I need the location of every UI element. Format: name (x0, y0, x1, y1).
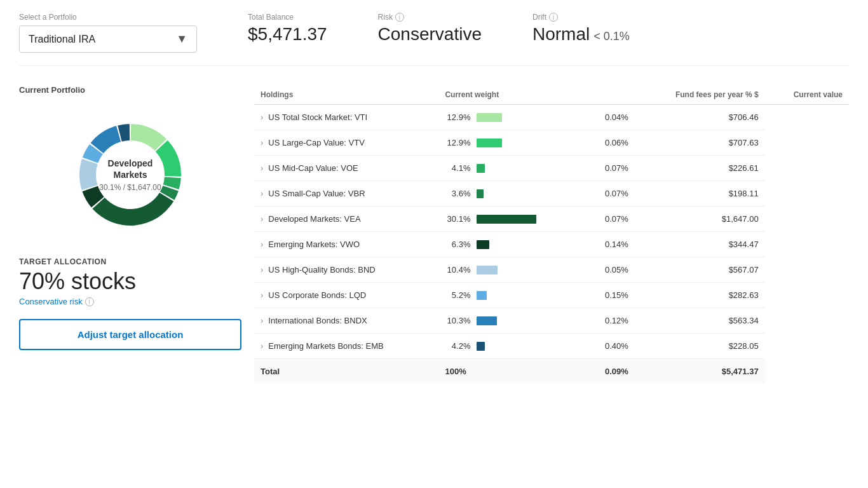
col-value: Current value (765, 85, 849, 105)
row-expand-icon[interactable]: › (261, 163, 263, 173)
holding-weight-cell: 3.6% (438, 181, 585, 207)
total-balance-value: $5,471.37 (248, 24, 327, 44)
row-expand-icon[interactable]: › (261, 189, 263, 198)
table-row: › US Large-Cap Value: VTV 12.9% 0.06% $7… (254, 130, 849, 156)
drift-section: Drift i Normal < 0.1% (532, 13, 630, 44)
page: Select a Portfolio Traditional IRA ▼ Tot… (0, 0, 868, 488)
drift-label: Drift i (532, 13, 630, 22)
holding-fees-cell: 0.12% (586, 308, 635, 334)
holding-name-text: US High-Quality Bonds: BND (268, 265, 375, 274)
holding-name-text: Developed Markets: VEA (268, 214, 360, 224)
holding-name-text: US Corporate Bonds: LQD (268, 290, 366, 300)
total-fees: 0.09% (586, 359, 635, 384)
drift-value: Normal < 0.1% (532, 24, 630, 44)
risk-profile-info-icon[interactable]: i (85, 297, 94, 306)
row-expand-icon[interactable]: › (261, 341, 263, 351)
row-expand-icon[interactable]: › (261, 214, 263, 224)
weight-percent: 6.3% (445, 240, 470, 249)
holding-name-text: International Bonds: BNDX (268, 316, 367, 325)
holding-fees-cell: 0.07% (586, 181, 635, 207)
row-expand-icon[interactable]: › (261, 316, 263, 325)
weight-bar-track (477, 266, 540, 274)
weight-percent: 10.4% (445, 265, 470, 274)
holding-value-cell: $228.05 (635, 334, 765, 359)
table-total-row: Total 100% 0.09% $5,471.37 (254, 359, 849, 384)
select-portfolio-label: Select a Portfolio (19, 13, 197, 22)
row-expand-icon[interactable]: › (261, 290, 263, 300)
holding-name-text: Emerging Markets Bonds: EMB (268, 341, 383, 351)
row-expand-icon[interactable]: › (261, 240, 263, 249)
risk-value: Conservative (378, 24, 482, 44)
weight-bar-fill (477, 113, 502, 122)
weight-bar-track (477, 316, 540, 325)
table-row: › US Small-Cap Value: VBR 3.6% 0.07% $19… (254, 181, 849, 207)
weight-bar-fill (477, 189, 484, 198)
table-row: › US Mid-Cap Value: VOE 4.1% 0.07% $226.… (254, 156, 849, 181)
holding-weight-cell: 12.9% (438, 130, 585, 156)
holdings-table-area: Holdings Current weight Fund fees per ye… (254, 85, 849, 384)
holding-weight-cell: 10.4% (438, 257, 585, 283)
weight-percent: 4.2% (445, 341, 470, 351)
portfolio-dropdown[interactable]: Traditional IRA ▼ (19, 25, 197, 53)
risk-section: Risk i Conservative (378, 13, 482, 44)
weight-percent: 5.2% (445, 290, 470, 300)
sidebar: Current Portfolio DevelopedMarkets 30.1%… (19, 85, 254, 384)
weight-bar-track (477, 240, 540, 249)
holding-weight-cell: 4.2% (438, 334, 585, 359)
holding-value-cell: $567.07 (635, 257, 765, 283)
holding-name-cell: › US Mid-Cap Value: VOE (254, 156, 438, 181)
holding-value-cell: $226.61 (635, 156, 765, 181)
weight-bar-fill (477, 240, 489, 249)
holding-name-text: Emerging Markets: VWO (268, 240, 360, 249)
col-weight: Current weight (438, 85, 634, 105)
risk-profile-label: Conservative risk i (19, 297, 241, 306)
total-value: $5,471.37 (635, 359, 765, 384)
holding-weight-cell: 10.3% (438, 308, 585, 334)
holding-value-cell: $706.46 (635, 105, 765, 130)
portfolio-select-section: Select a Portfolio Traditional IRA ▼ (19, 13, 197, 53)
weight-bar-track (477, 113, 540, 122)
weight-percent: 10.3% (445, 316, 470, 325)
holding-fees-cell: 0.07% (586, 156, 635, 181)
table-row: › US Corporate Bonds: LQD 5.2% 0.15% $28… (254, 283, 849, 308)
holding-fees-cell: 0.40% (586, 334, 635, 359)
weight-bar-track (477, 164, 540, 173)
row-expand-icon[interactable]: › (261, 138, 263, 147)
holding-value-cell: $707.63 (635, 130, 765, 156)
adjust-target-allocation-button[interactable]: Adjust target allocation (19, 319, 241, 350)
holding-value-cell: $563.34 (635, 308, 765, 334)
drift-sub-value: < 0.1% (593, 30, 630, 43)
holding-weight-cell: 30.1% (438, 207, 585, 232)
holding-name-text: US Small-Cap Value: VBR (268, 189, 365, 198)
weight-bar-fill (477, 266, 498, 274)
holding-name-text: US Large-Cap Value: VTV (268, 138, 365, 147)
weight-percent: 30.1% (445, 214, 470, 224)
holding-value-cell: $1,647.00 (635, 207, 765, 232)
risk-info-icon[interactable]: i (395, 13, 404, 22)
row-expand-icon[interactable]: › (261, 265, 263, 274)
holding-name-cell: › Developed Markets: VEA (254, 207, 438, 232)
total-weight: 100% (438, 359, 585, 384)
table-row: › Emerging Markets Bonds: EMB 4.2% 0.40%… (254, 334, 849, 359)
weight-bar-fill (477, 342, 485, 351)
drift-info-icon[interactable]: i (549, 13, 558, 22)
holding-fees-cell: 0.07% (586, 207, 635, 232)
holding-fees-cell: 0.04% (586, 105, 635, 130)
weight-bar-track (477, 291, 540, 300)
weight-percent: 4.1% (445, 163, 470, 173)
holding-fees-cell: 0.14% (586, 232, 635, 257)
row-expand-icon[interactable]: › (261, 112, 263, 122)
holding-name-cell: › US Total Stock Market: VTI (254, 105, 438, 130)
weight-percent: 3.6% (445, 189, 470, 198)
weight-bar-fill (477, 316, 497, 325)
holding-fees-cell: 0.15% (586, 283, 635, 308)
donut-chart-container: DevelopedMarkets 30.1% / $1,647.00 (19, 105, 241, 245)
weight-percent: 12.9% (445, 112, 470, 122)
current-portfolio-title: Current Portfolio (19, 85, 241, 95)
holding-weight-cell: 6.3% (438, 232, 585, 257)
holding-weight-cell: 4.1% (438, 156, 585, 181)
weight-bar-track (477, 342, 540, 351)
holding-fees-cell: 0.05% (586, 257, 635, 283)
holding-name-cell: › Emerging Markets Bonds: EMB (254, 334, 438, 359)
chevron-down-icon: ▼ (176, 32, 187, 46)
